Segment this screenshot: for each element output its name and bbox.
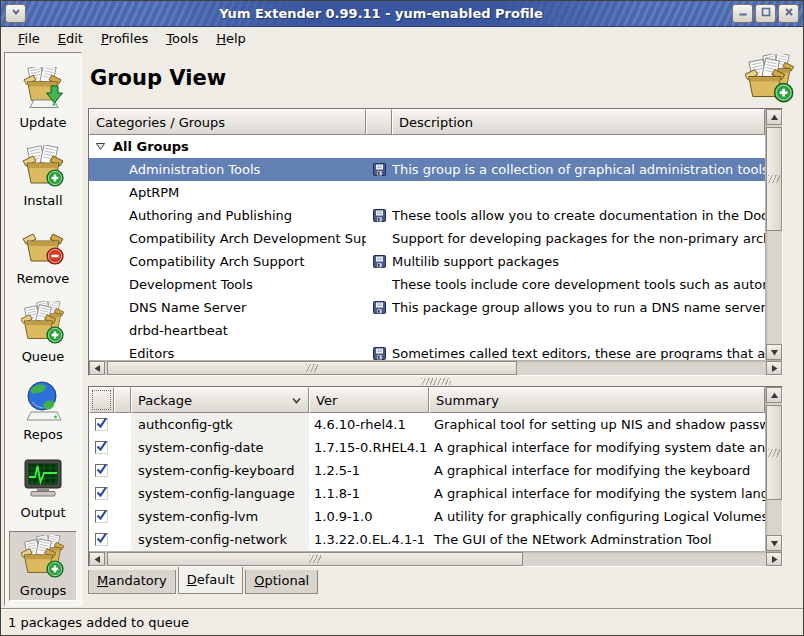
disk-icon <box>366 301 392 314</box>
package-row[interactable]: system-config-network 1.3.22.0.EL.4.1-1 … <box>89 528 765 551</box>
group-description: Sometimes called text editors, these are… <box>392 346 765 360</box>
package-view-pane: Package Ver Summary authconfig-gtk 4.6.1… <box>88 386 783 567</box>
scroll-left-button[interactable] <box>89 361 105 375</box>
package-checkbox[interactable] <box>95 441 108 454</box>
scroll-right-button[interactable] <box>766 361 782 375</box>
tab-optional[interactable]: Optional <box>245 570 318 594</box>
scroll-thumb[interactable] <box>766 127 782 231</box>
menu-edit[interactable]: Edit <box>49 29 92 48</box>
vertical-scrollbar[interactable] <box>765 109 782 360</box>
main-area: Group View Categories / Groups Descripti… <box>88 52 795 608</box>
scroll-up-button[interactable] <box>766 387 782 403</box>
disk-icon <box>366 163 392 176</box>
group-view-pane: Categories / Groups Description All Grou… <box>88 108 783 376</box>
scroll-thumb[interactable] <box>107 552 523 566</box>
thumb-grip <box>768 175 780 183</box>
remove-box-icon <box>21 223 65 270</box>
minimize-icon <box>737 6 749 21</box>
scroll-thumb[interactable] <box>766 405 782 500</box>
group-row[interactable]: Compatibility Arch Support Multilib supp… <box>89 250 765 273</box>
thumb-grip <box>309 555 321 563</box>
group-row[interactable]: Editors Sometimes called text editors, t… <box>89 342 765 360</box>
column-header-flag[interactable] <box>114 387 131 413</box>
scroll-left-button[interactable] <box>89 552 105 566</box>
scroll-thumb[interactable] <box>107 361 517 375</box>
group-description: This package group allows you to run a D… <box>392 300 765 315</box>
menu-profiles[interactable]: Profiles <box>92 29 157 48</box>
horizontal-scrollbar[interactable] <box>89 551 782 566</box>
statusbar: 1 packages added to queue <box>1 608 803 635</box>
page-title: Group View <box>90 66 226 90</box>
menu-file[interactable]: File <box>9 29 49 48</box>
group-row[interactable]: DNS Name Server This package group allow… <box>89 296 765 319</box>
scroll-track[interactable] <box>766 403 782 535</box>
scroll-down-button[interactable] <box>766 344 782 360</box>
sidebar-item-output[interactable]: Output <box>9 453 77 523</box>
sidebar-item-remove[interactable]: Remove <box>9 219 77 289</box>
scroll-right-button[interactable] <box>766 552 782 566</box>
column-header-check[interactable] <box>89 387 114 413</box>
group-name: AptRPM <box>89 185 366 200</box>
menubar: File Edit Profiles Tools Help <box>1 27 803 49</box>
scroll-track[interactable] <box>766 125 782 344</box>
package-row[interactable]: system-config-keyboard 1.2.5-1 A graphic… <box>89 459 765 482</box>
titlebar[interactable]: Yum Extender 0.99.11 - yum-enabled Profi… <box>1 1 803 27</box>
maximize-button[interactable] <box>755 4 776 23</box>
sidebar-label: Repos <box>23 427 62 442</box>
package-row[interactable]: system-config-language 1.1.8-1 A graphic… <box>89 482 765 505</box>
check-icon <box>95 419 108 430</box>
expander-open-icon[interactable] <box>95 141 106 152</box>
scroll-track[interactable] <box>105 361 766 375</box>
horizontal-scrollbar[interactable] <box>89 360 782 375</box>
group-row[interactable]: Development Tools These tools include co… <box>89 273 765 296</box>
column-header-package[interactable]: Package <box>131 387 309 413</box>
group-row[interactable]: Compatibility Arch Development Support S… <box>89 227 765 250</box>
pane-splitter[interactable] <box>88 376 783 386</box>
package-row[interactable]: authconfig-gtk 4.6.10-rhel4.1 Graphical … <box>89 413 765 436</box>
sidebar-item-install[interactable]: Install <box>9 141 77 211</box>
disk-icon <box>366 209 392 222</box>
package-row[interactable]: system-config-date 1.7.15-0.RHEL4.1 A gr… <box>89 436 765 459</box>
package-version: 1.2.5-1 <box>309 463 429 478</box>
group-row[interactable]: Authoring and Publishing These tools all… <box>89 204 765 227</box>
scroll-up-button[interactable] <box>766 109 782 125</box>
column-header-summary[interactable]: Summary <box>429 387 765 413</box>
package-checkbox[interactable] <box>95 418 108 431</box>
group-tree: All Groups Administration Tools This gro… <box>89 135 765 360</box>
column-header-description[interactable]: Description <box>392 109 765 135</box>
scroll-track[interactable] <box>105 552 766 566</box>
column-header-ver[interactable]: Ver <box>309 387 429 413</box>
vertical-scrollbar[interactable] <box>765 387 782 551</box>
tab-default[interactable]: Default <box>178 566 244 594</box>
group-row[interactable]: Administration Tools This group is a col… <box>89 158 765 181</box>
sidebar-item-groups[interactable]: Groups <box>9 531 77 601</box>
scroll-down-button[interactable] <box>766 535 782 551</box>
package-checkbox[interactable] <box>95 510 108 523</box>
package-checkbox[interactable] <box>95 464 108 477</box>
install-box-icon <box>21 145 65 192</box>
tab-mandatory[interactable]: Mandatory <box>88 570 176 594</box>
window-menu-icon <box>10 6 22 21</box>
column-header-categories[interactable]: Categories / Groups <box>89 109 366 135</box>
package-checkbox[interactable] <box>95 487 108 500</box>
package-checkbox[interactable] <box>95 533 108 546</box>
column-header-icon[interactable] <box>366 109 392 135</box>
app-window: Yum Extender 0.99.11 - yum-enabled Profi… <box>0 0 804 636</box>
group-row[interactable]: drbd-heartbeat <box>89 319 765 342</box>
window-menu-button[interactable] <box>5 4 26 23</box>
group-row[interactable]: AptRPM <box>89 181 765 204</box>
menu-help[interactable]: Help <box>207 29 255 48</box>
groups-boxes-icon <box>21 535 65 582</box>
menu-tools[interactable]: Tools <box>157 29 207 48</box>
minimize-button[interactable] <box>732 4 753 23</box>
package-row[interactable]: system-config-lvm 1.0.9-1.0 A utility fo… <box>89 505 765 528</box>
output-monitor-icon <box>21 457 65 504</box>
close-button[interactable] <box>778 4 799 23</box>
sidebar-item-repos[interactable]: Repos <box>9 375 77 445</box>
group-name: Compatibility Arch Support <box>89 254 366 269</box>
sidebar-item-update[interactable]: Update <box>9 63 77 133</box>
check-icon <box>95 511 108 522</box>
arrow-up-icon <box>770 391 779 400</box>
group-root-row[interactable]: All Groups <box>89 135 765 158</box>
sidebar-item-queue[interactable]: Queue <box>9 297 77 367</box>
